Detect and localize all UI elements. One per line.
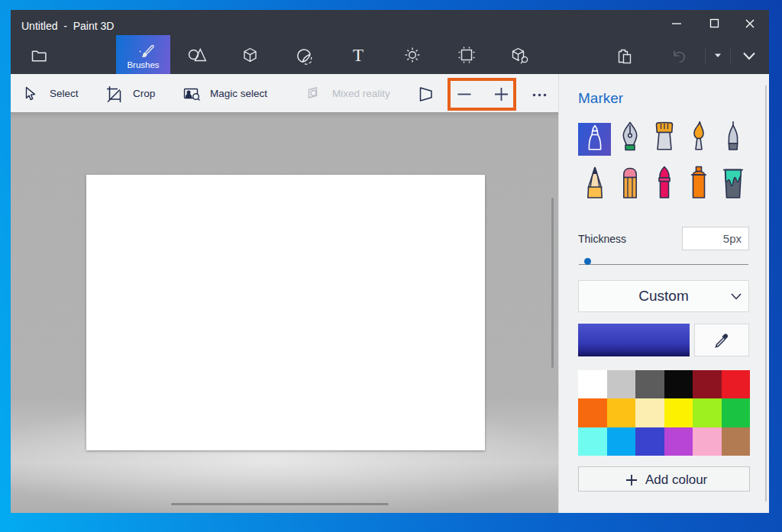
- svg-text:T: T: [353, 46, 364, 65]
